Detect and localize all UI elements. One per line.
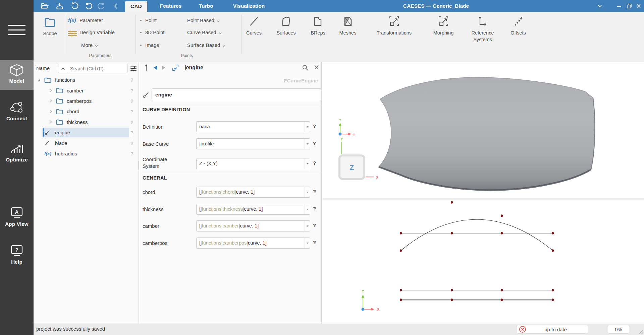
curves-button[interactable]: Curves <box>238 14 270 36</box>
combo-dropdown-icon[interactable] <box>305 187 310 197</box>
parameter-button[interactable]: Parameter <box>79 17 103 23</box>
curve-view-canvas[interactable]: YX <box>323 200 644 324</box>
coordinate-system-combo[interactable]: Z - (X,Y) <box>196 158 310 169</box>
help-marker[interactable]: ? <box>130 130 133 135</box>
revert-history-icon[interactable] <box>70 2 79 10</box>
help-marker[interactable]: ? <box>130 98 133 104</box>
object-name-field[interactable] <box>152 88 321 101</box>
tree-item-chord[interactable]: chord ? <box>34 106 139 117</box>
update-state-box[interactable]: up to date <box>517 325 588 334</box>
titlebar-dropdown-icon[interactable] <box>597 3 603 9</box>
expander-collapsed-icon[interactable] <box>49 120 53 124</box>
expander-collapsed-icon[interactable] <box>49 88 53 92</box>
point-button[interactable]: Point <box>140 17 157 23</box>
thickness-combo[interactable]: [|functions|thickness|curve, 1] <box>196 204 310 215</box>
surfaces-button[interactable]: Surfaces <box>270 14 302 36</box>
design-variable-button[interactable]: Design Variable <box>79 29 115 35</box>
open-project-icon[interactable] <box>40 2 49 10</box>
breps-button[interactable]: BReps <box>302 14 334 36</box>
viewport[interactable]: Y x Y Z X YX <box>323 62 644 324</box>
image-button[interactable]: Image <box>140 42 159 48</box>
morphing-button[interactable]: Morphing <box>427 14 460 36</box>
tree-item-camberpos[interactable]: camberpos ? <box>34 96 139 106</box>
combo-dropdown-icon[interactable] <box>305 122 310 132</box>
transformations-button[interactable]: Transformations <box>372 14 416 36</box>
sidebar-item-model[interactable]: Model <box>0 60 34 90</box>
expand-editor-icon[interactable] <box>172 64 179 71</box>
close-icon[interactable] <box>314 64 320 70</box>
help-button[interactable]: ? <box>313 222 316 228</box>
help-button[interactable]: ? <box>313 189 316 194</box>
collapse-toolbar-icon[interactable] <box>113 3 122 11</box>
close-button[interactable] <box>636 3 642 9</box>
expander-collapsed-icon[interactable] <box>49 110 53 114</box>
camber-combo[interactable]: [|functions|camber|curve, 1] <box>196 220 310 231</box>
undo-icon[interactable] <box>85 2 93 10</box>
help-marker[interactable]: ? <box>130 109 133 114</box>
abort-icon[interactable] <box>519 325 527 333</box>
blade-surface[interactable] <box>379 77 595 190</box>
save-project-icon[interactable] <box>55 2 64 10</box>
navigate-back-icon[interactable] <box>153 65 159 71</box>
resize-grip[interactable] <box>637 328 643 334</box>
tab-features[interactable]: Features <box>156 0 185 12</box>
panel-splitter-handle[interactable] <box>139 161 139 170</box>
point-based-button[interactable]: Point Based <box>187 17 220 23</box>
sidebar-item-optimize[interactable]: Optimize <box>0 139 34 166</box>
help-button[interactable]: ? <box>313 160 316 166</box>
help-button[interactable]: ? <box>313 140 316 146</box>
chord-combo[interactable]: [|functions|chord|curve, 1] <box>196 187 310 198</box>
tab-visualization[interactable]: Visualization <box>227 0 270 12</box>
scope-button[interactable]: Scope <box>34 15 66 37</box>
sort-ascending-icon[interactable] <box>58 64 68 73</box>
surface-based-button[interactable]: Surface Based <box>187 42 225 48</box>
help-marker[interactable]: ? <box>130 140 133 146</box>
sidebar-item-help[interactable]: ? Help <box>0 241 34 269</box>
search-icon[interactable] <box>302 64 309 71</box>
sidebar-item-connect[interactable]: Connect <box>0 98 34 125</box>
camberpos-combo[interactable]: [|functions|camberpos|curve, 1] <box>196 238 310 249</box>
expander-collapsed-icon[interactable] <box>49 99 53 103</box>
tree-item-camber[interactable]: camber ? <box>34 85 139 95</box>
menu-hamburger-icon[interactable] <box>8 25 25 36</box>
tree-item-engine[interactable]: engine ? <box>34 127 139 138</box>
expander-expanded-icon[interactable] <box>37 78 41 82</box>
curve-based-button[interactable]: Curve Based <box>187 29 222 35</box>
filter-icon[interactable] <box>130 65 137 72</box>
navigate-forward-icon[interactable] <box>160 65 166 71</box>
help-button[interactable]: ? <box>313 206 316 211</box>
more-parameters-button[interactable]: More <box>81 42 98 48</box>
navigation-cube[interactable]: Y Z X <box>339 137 379 179</box>
tab-turbo[interactable]: Turbo <box>196 0 216 12</box>
combo-dropdown-icon[interactable] <box>305 139 310 149</box>
meshes-button[interactable]: Meshes <box>332 14 364 36</box>
reference-systems-button[interactable]: Reference Systems <box>466 14 499 43</box>
combo-dropdown-icon[interactable] <box>305 238 310 248</box>
3d-point-button[interactable]: 3D Point <box>140 29 165 35</box>
combo-dropdown-icon[interactable] <box>305 158 310 169</box>
help-marker[interactable]: ? <box>130 119 133 125</box>
tree-item-functions[interactable]: functions ? <box>34 75 139 85</box>
combo-dropdown-icon[interactable] <box>305 204 310 214</box>
combo-dropdown-icon[interactable] <box>305 221 310 231</box>
status-message: project was successfully saved <box>36 326 105 332</box>
tree-item-hubradius[interactable]: f(x) hubradius ? <box>34 148 139 159</box>
tree-item-blade[interactable]: blade ? <box>34 138 139 148</box>
help-marker[interactable]: ? <box>130 77 133 83</box>
help-marker[interactable]: ? <box>130 151 133 156</box>
offsets-button[interactable]: Offsets <box>502 14 534 36</box>
tree-item-thickness[interactable]: thickness ? <box>34 117 139 127</box>
base-curve-combo[interactable]: |profile <box>196 138 310 149</box>
tab-cad[interactable]: CAD <box>125 1 147 12</box>
search-input[interactable] <box>68 64 127 73</box>
redo-icon[interactable] <box>97 2 105 10</box>
sidebar-item-app-view[interactable]: A App View <box>0 203 34 231</box>
3d-view-canvas[interactable]: Y x Y Z X <box>323 62 644 198</box>
minimize-button[interactable] <box>616 3 623 9</box>
help-marker[interactable]: ? <box>130 88 133 93</box>
pin-icon[interactable] <box>144 64 149 72</box>
restore-button[interactable] <box>627 3 633 9</box>
definition-combo[interactable]: naca <box>196 121 310 132</box>
help-button[interactable]: ? <box>313 123 316 129</box>
help-button[interactable]: ? <box>313 240 316 245</box>
